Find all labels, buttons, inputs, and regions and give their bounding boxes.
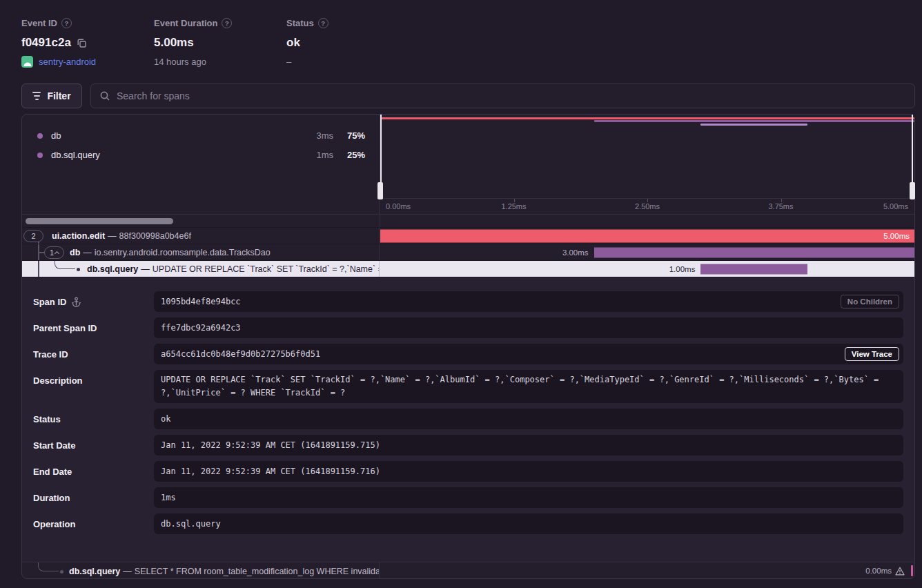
event-age: 14 hours ago [154, 57, 232, 67]
detail-row-end-date: End Date Jan 11, 2022 9:52:39 AM CET (16… [22, 461, 914, 482]
span-duration: 0.00ms [865, 562, 905, 579]
event-duration-column: Event Duration? 5.00ms 14 hours ago [154, 18, 232, 67]
axis-tick-label: 2.50ms [635, 202, 660, 210]
detail-value[interactable]: Jan 11, 2022 9:52:39 AM CET (1641891159.… [154, 435, 903, 455]
detail-label: Span ID [33, 297, 66, 307]
detail-label: Status [33, 414, 61, 424]
anchor-icon[interactable] [71, 297, 81, 307]
minimap-span-purple-2 [700, 124, 807, 126]
op-color-dot [37, 133, 43, 139]
tree-scrollbar-row [22, 215, 914, 228]
filter-button[interactable]: Filter [21, 84, 82, 108]
detail-row-operation: Operation db.sql.query [22, 513, 914, 534]
detail-value[interactable]: 1095bd4ef8e94bcc No Children [154, 291, 903, 312]
detail-label: Start Date [33, 440, 75, 451]
search-placeholder: Search for spans [117, 90, 190, 101]
legend-row[interactable]: db.sql.query 1ms 25% [22, 149, 380, 161]
axis-tick-label: 3.75ms [768, 202, 793, 210]
axis-tick-label: 1.25ms [501, 202, 526, 210]
event-duration-value: 5.00ms [154, 36, 194, 50]
op-duration: 1ms [316, 150, 333, 160]
minimap-span-area[interactable] [380, 115, 914, 199]
time-axis: 0.00ms 1.25ms 2.50ms 3.75ms 5.00ms [380, 199, 914, 214]
detail-value[interactable]: ffe7dbc92a6942c3 [154, 317, 903, 338]
span-bar[interactable]: 3.00ms [594, 247, 914, 257]
children-count-badge[interactable]: 2 [23, 230, 43, 242]
detail-value[interactable]: db.sql.query [154, 513, 903, 534]
detail-value[interactable]: ok [154, 409, 903, 429]
search-icon [99, 90, 110, 101]
detail-label: Parent Span ID [33, 323, 97, 333]
axis-tick-label: 0.00ms [386, 202, 411, 210]
status-label: Status [286, 18, 314, 28]
detail-value[interactable]: UPDATE OR REPLACE `Track` SET `TrackId` … [154, 370, 903, 403]
status-value: ok [286, 36, 300, 50]
status-sub: – [286, 57, 328, 67]
detail-row-status: Status ok [22, 409, 914, 429]
op-color-dot [37, 153, 43, 158]
android-icon [21, 56, 33, 68]
detail-label: Trace ID [33, 349, 68, 360]
span-row-bottom[interactable]: db.sql.query—SELECT * FROM room_table_mo… [22, 562, 914, 579]
zero-duration-span-bar[interactable] [911, 565, 913, 576]
status-column: Status? ok – [286, 18, 328, 67]
ops-breakdown: db 3ms 75% db.sql.query 1ms 25% [22, 115, 380, 214]
detail-value[interactable]: 1ms [154, 487, 903, 508]
minimap-section: db 3ms 75% db.sql.query 1ms 25% [22, 115, 914, 215]
event-id-column: Event ID? f0491c2a sentry-android [21, 18, 96, 68]
detail-row-description: Description UPDATE OR REPLACE `Track` SE… [22, 370, 914, 403]
event-id-label: Event ID [21, 18, 57, 28]
detail-value[interactable]: Jan 11, 2022 9:52:39 AM CET (1641891159.… [154, 461, 903, 482]
op-duration: 3ms [316, 130, 333, 141]
detail-row-parent-span-id: Parent Span ID ffe7dbc92a6942c3 [22, 317, 914, 338]
copy-icon[interactable] [77, 38, 87, 48]
detail-label: Description [33, 375, 83, 386]
span-bar[interactable]: 1.00ms [700, 264, 807, 274]
op-percent: 25% [347, 150, 365, 160]
detail-label: Duration [33, 493, 70, 503]
trace-panel: db 3ms 75% db.sql.query 1ms 25% [21, 114, 915, 579]
detail-row-trace-id: Trace ID a654cc61dc0b48ef9d0b27275b6f0d5… [22, 344, 914, 364]
view-trace-button[interactable]: View Trace [845, 347, 899, 361]
event-duration-label: Event Duration [154, 18, 217, 28]
span-row-ui-action[interactable]: 2 ui.action.edit—88f300998a0b4e6f 5.00ms [22, 228, 914, 244]
axis-tick-label: 5.00ms [883, 202, 908, 210]
span-row-db[interactable]: 1 db—io.sentry.android.roomsample.data.T… [22, 244, 914, 261]
children-count-badge[interactable]: 1 [44, 246, 64, 259]
detail-value[interactable]: a654cc61dc0b48ef9d0b27275b6f0d51 View Tr… [154, 344, 903, 364]
help-icon[interactable]: ? [222, 18, 232, 28]
span-details-section: Span ID 1095bd4ef8e94bcc No Children Par… [22, 277, 914, 562]
detail-label: End Date [33, 467, 72, 477]
minimap-grip-right[interactable] [910, 182, 915, 199]
warning-icon [895, 567, 905, 576]
span-duration: 1.00ms [669, 265, 696, 273]
op-name: db.sql.query [51, 150, 100, 160]
minimap-span-purple [594, 120, 914, 122]
no-children-button[interactable]: No Children [841, 295, 899, 308]
detail-label: Operation [33, 519, 75, 529]
op-percent: 75% [347, 130, 365, 141]
minimap[interactable]: 0.00ms 1.25ms 2.50ms 3.75ms 5.00ms [380, 115, 914, 214]
legend-row[interactable]: db 3ms 75% [22, 130, 380, 142]
help-icon[interactable]: ? [318, 18, 328, 28]
help-icon[interactable]: ? [61, 18, 72, 28]
span-duration: 5.00ms [883, 232, 910, 240]
span-bar[interactable]: 5.00ms [380, 229, 914, 242]
detail-row-start-date: Start Date Jan 11, 2022 9:52:39 AM CET (… [22, 435, 914, 455]
event-id-value: f0491c2a [21, 36, 71, 50]
horizontal-scrollbar[interactable] [26, 218, 173, 224]
op-name: db [51, 130, 61, 141]
project-link[interactable]: sentry-android [21, 56, 96, 68]
chevron-up-icon [55, 251, 59, 255]
search-input[interactable]: Search for spans [90, 84, 915, 108]
span-row-db-sql-query-selected[interactable]: db.sql.query—UPDATE OR REPLACE `Track` S… [22, 261, 914, 277]
minimap-span-red [380, 117, 914, 119]
detail-row-span-id: Span ID 1095bd4ef8e94bcc No Children [22, 291, 914, 312]
detail-row-duration: Duration 1ms [22, 487, 914, 508]
minimap-grip-left[interactable] [377, 182, 383, 199]
span-duration: 3.00ms [562, 248, 589, 257]
filter-icon [32, 90, 41, 102]
